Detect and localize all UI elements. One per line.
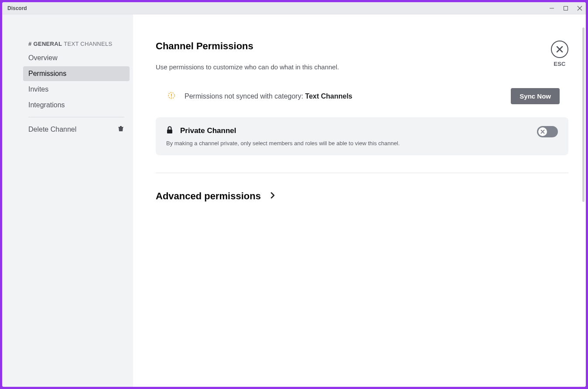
svg-rect-1: [564, 6, 568, 10]
delete-channel-button[interactable]: Delete Channel: [23, 122, 130, 137]
sync-prefix: Permissions not synced with category:: [185, 92, 305, 100]
sidebar-header: # GENERAL TEXT CHANNELS: [28, 41, 130, 47]
advanced-permissions-title: Advanced permissions: [156, 191, 261, 202]
sidebar-item-integrations[interactable]: Integrations: [23, 98, 130, 113]
sidebar-item-permissions[interactable]: Permissions: [23, 66, 130, 81]
warning-icon: [168, 92, 175, 101]
main-panel: ESC Channel Permissions Use permissions …: [133, 14, 586, 387]
private-channel-toggle[interactable]: [537, 126, 558, 137]
sync-text: Permissions not synced with category: Te…: [185, 92, 352, 100]
sync-banner: Permissions not synced with category: Te…: [156, 88, 568, 117]
channel-name: GENERAL: [34, 41, 62, 47]
window-controls: [549, 6, 582, 11]
page-subtitle: Use permissions to customize who can do …: [156, 63, 568, 71]
app-window: Discord # GENERAL TEXT CHANNELS Overview…: [2, 2, 586, 387]
esc-label: ESC: [554, 61, 566, 67]
lock-icon: [166, 126, 173, 136]
sidebar-item-overview[interactable]: Overview: [23, 51, 130, 65]
titlebar: Discord: [2, 2, 586, 14]
minimize-button[interactable]: [549, 6, 554, 11]
private-channel-description: By making a channel private, only select…: [166, 140, 537, 147]
close-icon: [551, 41, 568, 58]
toggle-knob: [538, 127, 547, 136]
page-title: Channel Permissions: [156, 41, 568, 52]
chevron-right-icon: [270, 192, 275, 200]
sidebar-divider: [28, 117, 124, 117]
svg-rect-5: [167, 130, 172, 133]
close-settings-button[interactable]: ESC: [551, 41, 568, 67]
private-channel-panel: Private Channel By making a channel priv…: [156, 117, 568, 155]
delete-channel-label: Delete Channel: [28, 126, 76, 133]
svg-rect-0: [550, 8, 554, 8]
sidebar-item-invites[interactable]: Invites: [23, 82, 130, 97]
svg-rect-3: [171, 94, 172, 96]
section-divider: [156, 173, 568, 173]
sync-content: Permissions not synced with category: Te…: [168, 92, 352, 101]
app-title: Discord: [7, 5, 27, 11]
advanced-permissions-button[interactable]: Advanced permissions: [156, 191, 568, 202]
svg-rect-4: [171, 96, 172, 97]
category-label: TEXT CHANNELS: [64, 41, 112, 47]
sidebar: # GENERAL TEXT CHANNELS Overview Permiss…: [2, 14, 133, 387]
trash-icon: [117, 125, 124, 134]
private-channel-title: Private Channel: [180, 126, 236, 135]
close-window-button[interactable]: [577, 6, 582, 11]
sync-now-button[interactable]: Sync Now: [511, 88, 560, 104]
hash-icon: #: [28, 41, 32, 47]
sync-category: Text Channels: [305, 92, 352, 100]
scrollbar[interactable]: [582, 27, 585, 202]
content: # GENERAL TEXT CHANNELS Overview Permiss…: [2, 14, 586, 387]
maximize-button[interactable]: [563, 6, 568, 11]
